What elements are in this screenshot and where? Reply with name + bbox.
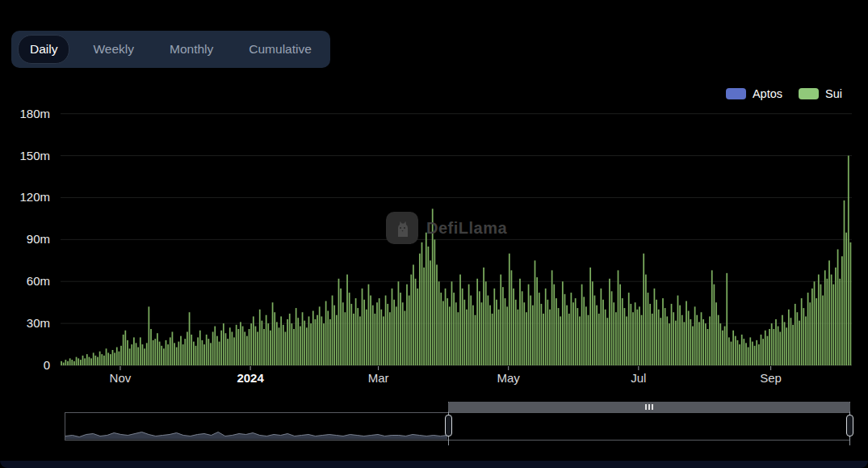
y-axis-label: 60m: [0, 273, 50, 289]
chart-canvas[interactable]: [0, 0, 868, 468]
x-axis-label: Mar: [345, 371, 413, 385]
y-axis-label: 120m: [0, 189, 50, 205]
x-axis-label: 2024: [216, 371, 284, 385]
datazoom-track[interactable]: [65, 412, 850, 441]
y-axis-label: 0: [0, 357, 50, 373]
x-axis-ticks: [120, 366, 771, 370]
x-axis-label: Jul: [605, 371, 673, 385]
y-axis-label: 150m: [0, 148, 50, 164]
defillama-volume-chart-panel: DailyWeeklyMonthlyCumulative AptosSui 03…: [0, 0, 868, 468]
x-axis-label: Nov: [86, 371, 154, 385]
bars-layer-sui[interactable]: [61, 156, 851, 365]
panel-bottom-edge: [0, 461, 868, 468]
datazoom-left-handle[interactable]: [445, 415, 452, 436]
x-axis-label: May: [475, 371, 543, 385]
drag-grip-icon: [645, 404, 653, 410]
y-axis-label: 90m: [0, 231, 50, 247]
y-axis-label: 180m: [0, 106, 50, 122]
y-axis-label: 30m: [0, 315, 50, 331]
datazoom-right-handle[interactable]: [846, 415, 853, 436]
datazoom-selected-window[interactable]: [448, 402, 850, 412]
x-axis-label: Sep: [737, 371, 805, 385]
